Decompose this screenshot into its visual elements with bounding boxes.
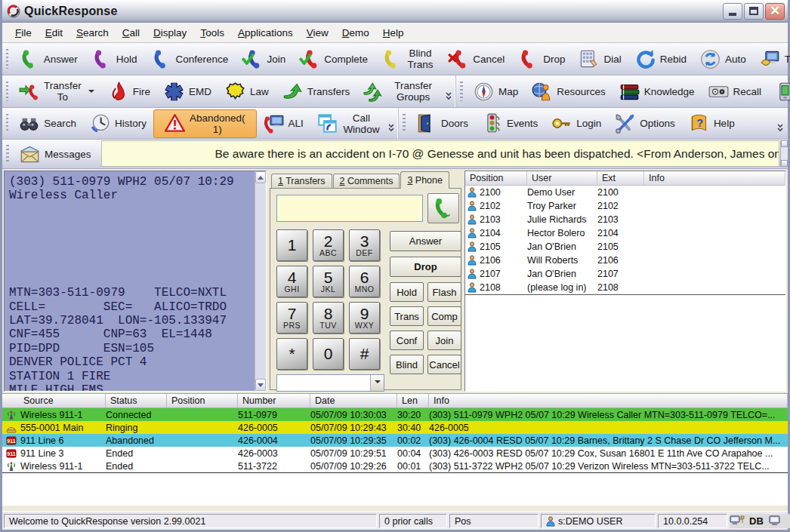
help-button[interactable]: ? Help (682, 111, 742, 137)
pad-hold-button[interactable]: Hold (390, 282, 424, 302)
position-row[interactable]: 2108 (please log in)2108 (465, 281, 785, 294)
toolbar-grip[interactable] (6, 49, 8, 69)
menu-tools[interactable]: Tools (193, 25, 231, 41)
messages-button[interactable]: Messages (13, 141, 98, 167)
join-button[interactable]: Join (235, 46, 292, 72)
menu-call[interactable]: Call (116, 25, 147, 41)
transfer-groups-button[interactable]: Transfer Groups (356, 78, 445, 104)
menu-view[interactable]: View (300, 25, 335, 41)
pad-comp-button[interactable]: Comp (427, 306, 461, 326)
toolbar-overflow-chevron-icon[interactable] (387, 112, 395, 135)
search-button[interactable]: Search (12, 111, 83, 137)
toolbar-overflow-chevron-icon[interactable] (445, 80, 452, 103)
call-row[interactable]: 555-0001 Main Ringing 426-0005 05/07/09 … (2, 421, 788, 434)
call-row[interactable]: 911 911 Line 3 Ended 426-0003 05/07/09 1… (2, 447, 788, 460)
toolbar-grip[interactable] (6, 81, 8, 102)
minimize-button[interactable] (723, 3, 742, 20)
key-4[interactable]: 4GHI (276, 266, 307, 297)
position-row[interactable]: 2100 Demo User2100 (465, 186, 785, 199)
toolbar-grip[interactable] (6, 145, 9, 163)
paging-button[interactable]: Paging (768, 78, 790, 104)
rebid-button[interactable]: Rebid (628, 46, 693, 72)
answer-button[interactable]: Answer (12, 46, 85, 72)
key-2[interactable]: 2ABC (313, 229, 344, 261)
position-row[interactable]: 2105 Jan O'Brien2105 (465, 240, 785, 254)
position-row[interactable]: 2102 Troy Parker2102 (465, 199, 785, 213)
key-pound[interactable]: # (349, 338, 380, 370)
position-row[interactable]: 2103 Julie Richards2103 (465, 213, 785, 226)
key-star[interactable]: * (276, 338, 307, 370)
map-button[interactable]: Map (467, 78, 525, 104)
banner-scroll-up[interactable] (781, 140, 788, 147)
close-button[interactable]: ✕ (765, 3, 785, 20)
menu-help[interactable]: Help (376, 25, 411, 41)
pad-trans-button[interactable]: Trans (390, 306, 424, 326)
col-user[interactable]: User (527, 171, 597, 185)
pad-conf-button[interactable]: Conf (390, 331, 424, 350)
col-info[interactable]: Info (644, 171, 785, 185)
law-button[interactable]: Law (218, 78, 276, 104)
doors-button[interactable]: Doors (409, 111, 475, 137)
transfers-button[interactable]: Transfers (276, 78, 357, 104)
blind-trans-button[interactable]: Blind Trans (375, 46, 441, 72)
position-row[interactable]: 2106 Will Roberts2106 (465, 254, 785, 267)
auto-button[interactable]: Auto (693, 46, 753, 72)
menu-edit[interactable]: Edit (39, 25, 69, 41)
dial-button[interactable]: Dial (572, 46, 628, 72)
key-5[interactable]: 5JKL (313, 266, 344, 297)
hold-button[interactable]: Hold (85, 46, 144, 72)
col-ext[interactable]: Ext (597, 171, 644, 185)
pad-blind-button[interactable]: Blind (390, 355, 424, 374)
tab-comments[interactable]: 2 Comments (333, 174, 400, 189)
position-row[interactable]: 2104 Hector Bolero2104 (465, 226, 785, 240)
toolbar-grip[interactable] (460, 81, 463, 102)
menu-applications[interactable]: Applications (231, 25, 300, 41)
banner-scrollbar[interactable] (780, 140, 788, 167)
pad-drop-button[interactable]: Drop (390, 257, 461, 277)
cancel-button[interactable]: Cancel (441, 46, 511, 72)
resources-button[interactable]: Resources (525, 78, 613, 104)
knowledge-button[interactable]: Knowledge (613, 78, 702, 104)
key-1[interactable]: 1 (276, 229, 307, 261)
menu-file[interactable]: File (8, 25, 39, 41)
ali-scrollbar[interactable] (255, 171, 266, 391)
number-combo[interactable] (276, 374, 384, 392)
pad-flash-button[interactable]: Flash (427, 282, 461, 302)
col-status[interactable]: Status (106, 394, 167, 407)
place-call-button[interactable] (427, 193, 459, 223)
menu-search[interactable]: Search (69, 25, 116, 41)
banner-scroll-down[interactable] (781, 160, 788, 167)
call-row[interactable]: Wireless 911-1 Ended 511-3722 05/07/09 1… (2, 460, 788, 472)
menu-display[interactable]: Display (147, 25, 193, 41)
pad-join-button[interactable]: Join (427, 331, 461, 350)
dial-number-input[interactable] (276, 195, 423, 222)
toolbar-grip[interactable] (6, 114, 8, 134)
menu-demo[interactable]: Demo (335, 25, 376, 41)
history-button[interactable]: History (83, 111, 153, 137)
options-button[interactable]: Options (608, 111, 682, 137)
scroll-down-button[interactable] (255, 379, 266, 391)
tab-phone[interactable]: 3 Phone (400, 171, 449, 189)
toolbar-grip[interactable] (403, 114, 406, 134)
tab-transfers[interactable]: 1 Transfers (271, 174, 332, 189)
tdd-button[interactable]: TDD (753, 46, 790, 72)
col-date[interactable]: Date (310, 394, 397, 407)
maximize-button[interactable] (744, 3, 764, 20)
key-6[interactable]: 6MNO (349, 266, 380, 297)
drop-button[interactable]: Drop (511, 46, 572, 72)
pad-answer-button[interactable]: Answer (390, 231, 461, 251)
recall-button[interactable]: Recall (702, 78, 769, 104)
col-len[interactable]: Len (397, 394, 429, 407)
events-button[interactable]: Events (475, 111, 545, 137)
transfer-to-button[interactable]: Transfer To (12, 78, 101, 104)
complete-button[interactable]: Complete (292, 46, 375, 72)
combo-dropdown-button[interactable] (370, 375, 384, 391)
login-button[interactable]: Login (545, 111, 608, 137)
key-3[interactable]: 3DEF (349, 229, 380, 261)
position-row[interactable]: 2107 Jan O'Brien2107 (465, 267, 785, 281)
col-info[interactable]: Info (429, 394, 788, 407)
conference-button[interactable]: Conference (144, 46, 236, 72)
network-computer-icon[interactable] (730, 515, 745, 527)
call-window-button[interactable]: Call Window (310, 111, 387, 137)
ali-button[interactable]: ALI (257, 111, 310, 137)
